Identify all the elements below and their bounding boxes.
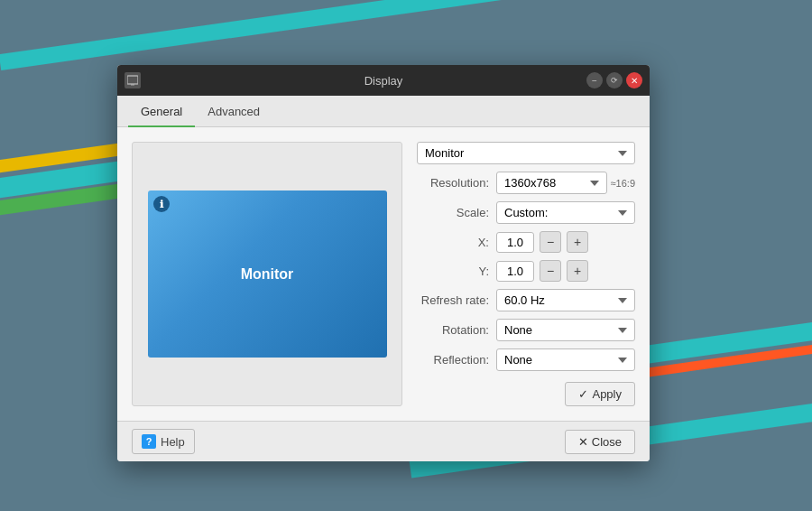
- refresh-value-wrap: 60.0 Hz: [496, 289, 635, 311]
- close-icon: ✕: [578, 435, 588, 449]
- x-value: 1.0: [496, 232, 534, 253]
- reflection-label: Reflection:: [417, 353, 489, 367]
- rotation-row: Rotation: None: [417, 319, 635, 341]
- refresh-row: Refresh rate: 60.0 Hz: [417, 289, 635, 311]
- y-row: Y: 1.0 − +: [417, 260, 635, 282]
- window-title: Display: [364, 74, 403, 88]
- scale-select[interactable]: Custom:: [496, 201, 635, 224]
- x-label: X:: [417, 236, 489, 249]
- minimize-button[interactable]: −: [586, 72, 603, 88]
- svg-rect-0: [127, 76, 138, 84]
- rotation-select[interactable]: None: [496, 319, 635, 341]
- scale-row: Scale: Custom:: [417, 201, 635, 224]
- rotation-value-wrap: None: [496, 319, 635, 341]
- reflection-value-wrap: None: [496, 348, 635, 371]
- resolution-row: Resolution: 1360x768 ≈16:9: [417, 172, 635, 194]
- restore-button[interactable]: ⟳: [606, 72, 623, 88]
- x-increment-button[interactable]: +: [567, 231, 588, 253]
- display-window: Display − ⟳ ✕ General Advanced ℹ Monitor…: [117, 65, 650, 461]
- titlebar: Display − ⟳ ✕: [117, 65, 650, 96]
- footer: ? Help ✕ Close: [117, 421, 650, 461]
- content-area: ℹ Monitor Monitor Resolution: 1360x768 ≈…: [117, 127, 650, 421]
- bg-stripe-teal-top: [0, 0, 805, 70]
- monitor-preview: ℹ Monitor: [148, 190, 387, 358]
- apply-label: Apply: [592, 387, 622, 401]
- refresh-label: Refresh rate:: [417, 293, 489, 307]
- help-label: Help: [161, 435, 185, 449]
- refresh-select[interactable]: 60.0 Hz: [496, 289, 635, 311]
- monitor-preview-wrap: ℹ Monitor: [132, 142, 402, 406]
- settings-panel: Monitor Resolution: 1360x768 ≈16:9 Scale…: [417, 142, 635, 406]
- y-increment-button[interactable]: +: [567, 260, 588, 282]
- apply-icon: ✓: [578, 387, 588, 401]
- close-title-button[interactable]: ✕: [626, 72, 642, 88]
- y-label: Y:: [417, 265, 489, 278]
- tab-general[interactable]: General: [128, 96, 195, 127]
- monitor-info-icon: ℹ: [153, 196, 170, 212]
- help-button[interactable]: ? Help: [132, 429, 195, 454]
- tab-bar: General Advanced: [117, 96, 650, 127]
- close-label: Close: [592, 435, 622, 449]
- scale-label: Scale:: [417, 206, 489, 219]
- rotation-label: Rotation:: [417, 323, 489, 337]
- svg-rect-1: [131, 84, 134, 86]
- apply-button[interactable]: ✓ Apply: [565, 382, 635, 406]
- x-decrement-button[interactable]: −: [540, 231, 561, 253]
- reflection-row: Reflection: None: [417, 348, 635, 371]
- apply-row: ✓ Apply: [417, 382, 635, 406]
- monitor-select-wrap: Monitor: [417, 142, 635, 164]
- x-controls: 1.0 − +: [496, 231, 588, 253]
- titlebar-controls: − ⟳ ✕: [586, 72, 642, 88]
- resolution-select[interactable]: 1360x768: [496, 172, 607, 194]
- help-icon: ?: [142, 434, 156, 449]
- reflection-select[interactable]: None: [496, 348, 635, 371]
- scale-value-wrap: Custom:: [496, 201, 635, 224]
- monitor-preview-label: Monitor: [241, 266, 294, 283]
- y-controls: 1.0 − +: [496, 260, 588, 282]
- resolution-value-wrap: 1360x768 ≈16:9: [496, 172, 635, 194]
- resolution-label: Resolution:: [417, 176, 489, 190]
- x-row: X: 1.0 − +: [417, 231, 635, 253]
- monitor-select[interactable]: Monitor: [417, 142, 635, 164]
- close-button[interactable]: ✕ Close: [565, 430, 635, 454]
- y-value: 1.0: [496, 261, 534, 282]
- tab-advanced[interactable]: Advanced: [195, 96, 272, 127]
- window-icon: [125, 72, 141, 88]
- aspect-ratio: ≈16:9: [611, 178, 635, 189]
- y-decrement-button[interactable]: −: [540, 260, 561, 282]
- footer-right: ✕ Close: [565, 430, 635, 454]
